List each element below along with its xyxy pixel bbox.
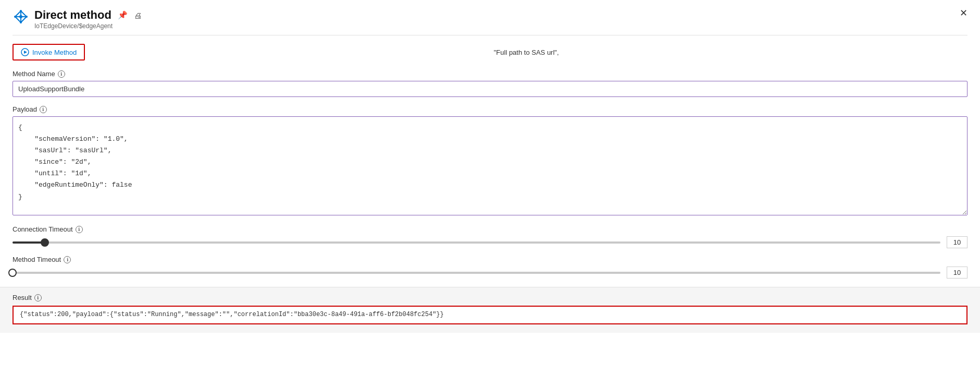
result-info-icon[interactable]: ℹ [34,294,42,301]
result-label: Result ℹ [13,294,967,301]
pin-icon[interactable]: 📌 [118,10,128,20]
svg-marker-10 [24,51,27,54]
method-name-label: Method Name ℹ [13,70,967,78]
connection-timeout-track [13,241,940,244]
method-timeout-slider-row: 10 [13,267,967,279]
connection-timeout-thumb[interactable] [41,238,49,247]
payload-label: Payload ℹ [13,105,967,113]
result-section: Result ℹ {"status":200,"payload":{"statu… [0,287,980,333]
method-name-input[interactable] [13,81,967,97]
method-timeout-track [13,272,940,274]
connection-timeout-section: Connection Timeout ℹ 10 [13,225,967,248]
method-timeout-thumb[interactable] [8,269,17,277]
method-name-info-icon[interactable]: ℹ [58,70,65,78]
svg-point-8 [14,16,16,18]
title-area: Direct method 📌 🖨 IoTEdgeDevice/$edgeAge… [34,8,142,30]
svg-point-6 [26,16,28,18]
method-timeout-info-icon[interactable]: ℹ [64,256,71,263]
connection-timeout-label: Connection Timeout ℹ [13,225,967,233]
connection-timeout-info-icon[interactable]: ℹ [76,226,83,233]
connection-timeout-value[interactable]: 10 [947,236,967,248]
panel-header: Direct method 📌 🖨 IoTEdgeDevice/$edgeAge… [13,8,967,30]
payload-textarea[interactable]: { "schemaVersion": "1.0", "sasUrl": "sas… [13,116,967,215]
top-center-text: "Full path to SAS url", [85,49,967,56]
close-button[interactable]: ✕ [960,8,967,18]
connection-timeout-slider-row: 10 [13,236,967,248]
connection-timeout-fill [13,241,45,244]
invoke-icon [21,48,29,56]
result-box: {"status":200,"payload":{"status":"Runni… [13,306,967,324]
invoke-method-button[interactable]: Invoke Method [13,44,85,61]
svg-point-5 [20,10,22,12]
azure-iot-icon [13,8,29,25]
top-bar: Invoke Method "Full path to SAS url", [13,44,967,61]
svg-point-4 [19,15,22,18]
method-timeout-value[interactable]: 10 [947,267,967,279]
invoke-button-label: Invoke Method [32,49,77,56]
method-timeout-section: Method Timeout ℹ 10 [13,256,967,279]
payload-info-icon[interactable]: ℹ [40,106,47,113]
panel-title: Direct method [34,8,111,22]
panel-subtitle: IoTEdgeDevice/$edgeAgent [34,22,142,30]
svg-point-7 [20,21,22,23]
header-divider [13,35,967,35]
direct-method-panel: Direct method 📌 🖨 IoTEdgeDevice/$edgeAge… [0,0,980,387]
method-timeout-label: Method Timeout ℹ [13,256,967,263]
print-icon[interactable]: 🖨 [134,11,142,20]
